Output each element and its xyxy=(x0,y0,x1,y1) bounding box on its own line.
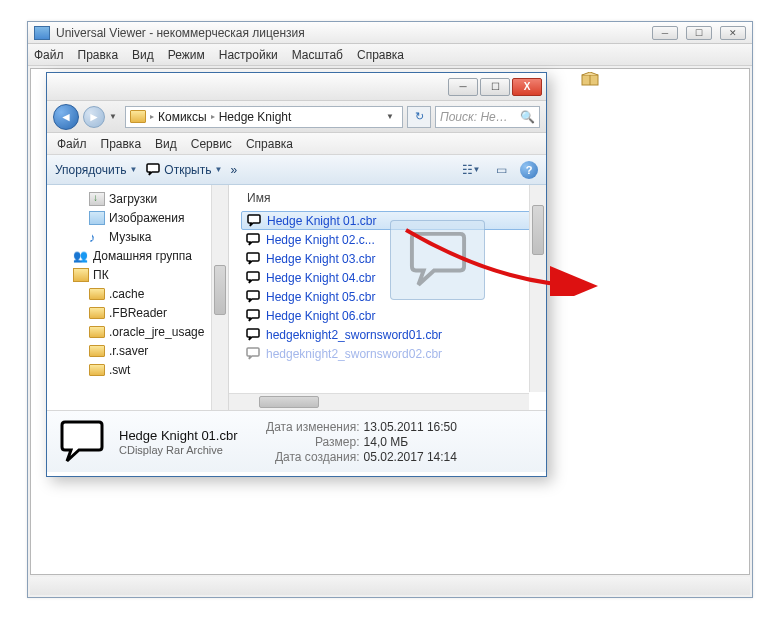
menu-help[interactable]: Справка xyxy=(357,48,404,62)
tree-item[interactable]: .FBReader xyxy=(53,303,228,322)
details-created: 05.02.2017 14:14 xyxy=(364,450,457,464)
tree-item[interactable]: .cache xyxy=(53,284,228,303)
speech-bubble-icon xyxy=(246,214,262,228)
address-bar[interactable]: ▸ Комиксы ▸ Hedge Knight ▼ xyxy=(125,106,403,128)
speech-bubble-icon xyxy=(245,328,261,342)
details-modified: 13.05.2011 16:50 xyxy=(364,420,457,434)
explorer-window: ─ ☐ X ◄ ► ▼ ▸ Комиксы ▸ Hedge Knight ▼ ↻… xyxy=(46,72,547,477)
details-created-label: Дата создания: xyxy=(262,450,360,464)
speech-bubble-icon xyxy=(245,290,261,304)
scrollbar-thumb[interactable] xyxy=(214,265,226,315)
package-icon xyxy=(581,72,599,86)
app-title: Universal Viewer - некоммерческая лиценз… xyxy=(56,26,652,40)
explorer-menu-view[interactable]: Вид xyxy=(155,137,177,151)
folder-icon xyxy=(89,307,105,319)
scrollbar-thumb[interactable] xyxy=(532,205,544,255)
column-header-name[interactable]: Имя xyxy=(241,189,546,211)
file-row[interactable]: hedgeknight2_swornsword01.cbr xyxy=(241,325,546,344)
menu-zoom[interactable]: Масштаб xyxy=(292,48,343,62)
preview-pane-button[interactable]: ▭ xyxy=(490,160,512,180)
explorer-minimize-button[interactable]: ─ xyxy=(448,78,478,96)
menu-edit[interactable]: Правка xyxy=(78,48,119,62)
app-statusbar xyxy=(30,577,750,595)
explorer-menu-edit[interactable]: Правка xyxy=(101,137,142,151)
file-name: Hedge Knight 01.cbr xyxy=(267,214,376,228)
file-name: hedgeknight2_swornsword01.cbr xyxy=(266,328,442,342)
tree-item[interactable]: Загрузки xyxy=(53,189,228,208)
tree-item-label: .r.saver xyxy=(109,344,148,358)
refresh-button[interactable]: ↻ xyxy=(407,106,431,128)
file-row[interactable]: Hedge Knight 02.c... xyxy=(241,230,546,249)
explorer-maximize-button[interactable]: ☐ xyxy=(480,78,510,96)
tree-item-label: .oracle_jre_usage xyxy=(109,325,204,339)
menu-file[interactable]: Файл xyxy=(34,48,64,62)
nav-history-dropdown[interactable]: ▼ xyxy=(109,112,121,121)
file-row[interactable]: Hedge Knight 06.cbr xyxy=(241,306,546,325)
nav-back-button[interactable]: ◄ xyxy=(53,104,79,130)
explorer-menu-help[interactable]: Справка xyxy=(246,137,293,151)
explorer-navbar: ◄ ► ▼ ▸ Комиксы ▸ Hedge Knight ▼ ↻ Поиск… xyxy=(47,101,546,133)
toolbar-more[interactable]: » xyxy=(230,163,237,177)
search-input[interactable]: Поиск: He… 🔍 xyxy=(435,106,540,128)
file-row[interactable]: hedgeknight2_swornsword02.cbr xyxy=(241,344,546,363)
tree-item[interactable]: Музыка xyxy=(53,227,228,246)
organize-button[interactable]: Упорядочить▼ xyxy=(55,163,137,177)
details-filename: Hedge Knight 01.cbr xyxy=(119,428,238,443)
view-mode-button[interactable]: ☷ ▼ xyxy=(460,160,482,180)
tree-item[interactable]: .swt xyxy=(53,360,228,379)
explorer-menu-tools[interactable]: Сервис xyxy=(191,137,232,151)
tree-item-label: Изображения xyxy=(109,211,184,225)
file-row[interactable]: Hedge Knight 04.cbr xyxy=(241,268,546,287)
close-button[interactable]: ✕ xyxy=(720,26,746,40)
file-hscrollbar[interactable] xyxy=(229,393,529,410)
search-icon: 🔍 xyxy=(520,110,535,124)
tree-item[interactable]: .oracle_jre_usage xyxy=(53,322,228,341)
explorer-menu-file[interactable]: Файл xyxy=(57,137,87,151)
address-dropdown[interactable]: ▼ xyxy=(382,112,398,121)
folder-tree[interactable]: ЗагрузкиИзображенияМузыкаДомашняя группа… xyxy=(47,185,229,410)
file-vscrollbar[interactable] xyxy=(529,185,546,392)
menu-mode[interactable]: Режим xyxy=(168,48,205,62)
help-button[interactable]: ? xyxy=(520,161,538,179)
open-button[interactable]: Открыть▼ xyxy=(145,163,222,177)
chevron-right-icon[interactable]: ▸ xyxy=(211,112,215,121)
file-row[interactable]: Hedge Knight 03.cbr xyxy=(241,249,546,268)
tree-scrollbar[interactable] xyxy=(211,185,228,410)
folder-icon xyxy=(89,345,105,357)
file-name: Hedge Knight 02.c... xyxy=(266,233,375,247)
tree-item[interactable]: Изображения xyxy=(53,208,228,227)
img-icon xyxy=(89,211,105,225)
explorer-titlebar[interactable]: ─ ☐ X xyxy=(47,73,546,101)
chevron-right-icon[interactable]: ▸ xyxy=(150,112,154,121)
tree-item-label: .cache xyxy=(109,287,144,301)
dl-icon xyxy=(89,192,105,206)
app-titlebar[interactable]: Universal Viewer - некоммерческая лиценз… xyxy=(28,22,752,44)
tree-item[interactable]: .r.saver xyxy=(53,341,228,360)
explorer-close-button[interactable]: X xyxy=(512,78,542,96)
tree-item-label: .swt xyxy=(109,363,130,377)
menu-settings[interactable]: Настройки xyxy=(219,48,278,62)
folder-icon xyxy=(89,288,105,300)
folder-icon xyxy=(89,326,105,338)
file-row[interactable]: Hedge Knight 01.cbr xyxy=(241,211,546,230)
maximize-button[interactable]: ☐ xyxy=(686,26,712,40)
menu-view[interactable]: Вид xyxy=(132,48,154,62)
file-list[interactable]: Имя Hedge Knight 01.cbrHedge Knight 02.c… xyxy=(229,185,546,410)
details-size-label: Размер: xyxy=(262,435,360,449)
speech-bubble-icon xyxy=(245,271,261,285)
speech-bubble-icon xyxy=(245,309,261,323)
nav-forward-button[interactable]: ► xyxy=(83,106,105,128)
tree-item[interactable]: ПК xyxy=(53,265,228,284)
scrollbar-thumb[interactable] xyxy=(259,396,319,408)
file-row[interactable]: Hedge Knight 05.cbr xyxy=(241,287,546,306)
explorer-toolbar: Упорядочить▼ Открыть▼ » ☷ ▼ ▭ ? xyxy=(47,155,546,185)
tree-item-label: .FBReader xyxy=(109,306,167,320)
folder-icon xyxy=(89,364,105,376)
breadcrumb-hedgeknight[interactable]: Hedge Knight xyxy=(219,110,292,124)
tree-item[interactable]: Домашняя группа xyxy=(53,246,228,265)
minimize-button[interactable]: ─ xyxy=(652,26,678,40)
details-modified-label: Дата изменения: xyxy=(262,420,360,434)
pc-icon xyxy=(73,268,89,282)
speech-bubble-icon xyxy=(57,419,107,465)
breadcrumb-comics[interactable]: Комиксы xyxy=(158,110,207,124)
